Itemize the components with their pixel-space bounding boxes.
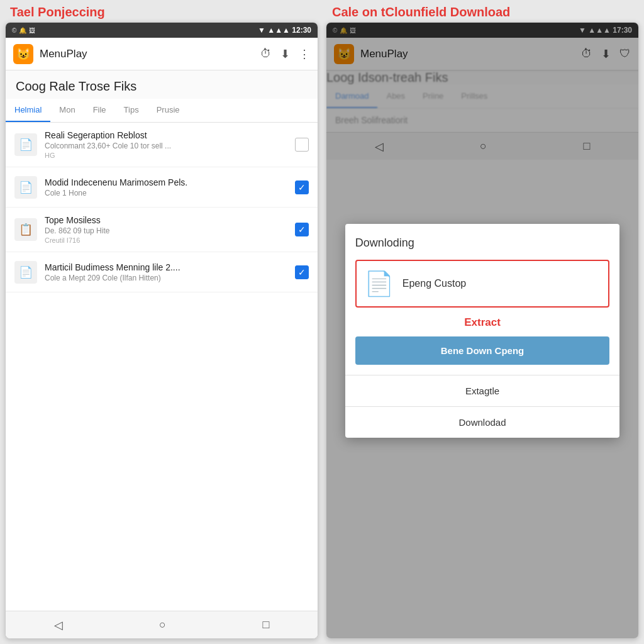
bottom-nav-left: ◁ ○ □ <box>6 611 318 638</box>
clock-left: 12:30 <box>292 26 311 35</box>
tabs-left: Helmial Mon File Tips Prusie <box>6 99 318 123</box>
item-title-1: Reali Segeraption Reblost <box>45 130 287 140</box>
item-subtitle-1: Colconmant 23,60+ Cole 10 tor sell ... <box>45 142 287 150</box>
modal-overlay: Downloding 📄 Epeng Custop Extract Bene D… <box>326 23 638 638</box>
modal-file-icon: 📄 <box>364 270 394 297</box>
back-button-left[interactable]: ◁ <box>42 613 75 637</box>
list-item[interactable]: 📋 Tope Mosiless De. 862 09 tup Hite Creu… <box>6 208 318 252</box>
modal-option-2[interactable]: Downlodad <box>355 407 609 438</box>
checkbox-2[interactable]: ✓ <box>295 180 309 194</box>
modal-action-button[interactable]: Bene Down Cpeng <box>355 336 609 365</box>
item-subtitle-2: Cole 1 Hone <box>45 189 287 197</box>
status-time-left: ▼ ▲▲▲ 12:30 <box>258 26 311 35</box>
item-meta-1: HG <box>45 152 287 159</box>
more-icon-left[interactable]: ⋮ <box>299 47 310 61</box>
page-title-left: Coog Rale Trose Fiks <box>6 70 318 99</box>
app-title-left: MenuPlay <box>40 48 254 60</box>
item-meta-3: Creutil I716 <box>45 236 287 244</box>
left-phone-label: Tael Ponjeccing <box>0 5 322 19</box>
item-icon-1: 📄 <box>14 133 37 156</box>
tab-tips[interactable]: Tips <box>115 99 148 122</box>
status-left-icons: © 🔔 🖼 <box>12 27 35 34</box>
tab-file[interactable]: File <box>84 99 115 122</box>
left-phone: © 🔔 🖼 ▼ ▲▲▲ 12:30 😺 MenuPlay ⏱ ⬇ ⋮ Coog … <box>5 22 318 639</box>
app-bar-icons-left: ⏱ ⬇ ⋮ <box>260 47 310 61</box>
list-item[interactable]: 📄 Marticil Budimess Menning lile 2.... C… <box>6 252 318 292</box>
item-title-3: Tope Mosiless <box>45 215 287 225</box>
list-item[interactable]: 📄 Reali Segeraption Reblost Colconmant 2… <box>6 123 318 167</box>
item-text-1: Reali Segeraption Reblost Colconmant 23,… <box>45 130 287 159</box>
right-phone: © 🔔 🖼 ▼ ▲▲▲ 17:30 😺 MenuPlay ⏱ ⬇ 🛡 Loog … <box>326 22 639 639</box>
app-bar-left: 😺 MenuPlay ⏱ ⬇ ⋮ <box>6 38 318 70</box>
modal-extract-label: Extract <box>355 316 609 329</box>
modal-option-1[interactable]: Extagtle <box>355 375 609 406</box>
app-logo-left: 😺 <box>13 44 33 64</box>
tab-prusie[interactable]: Prusie <box>148 99 189 122</box>
item-subtitle-3: De. 862 09 tup Hite <box>45 226 287 235</box>
item-title-4: Marticil Budimess Menning lile 2.... <box>45 262 287 272</box>
modal-file-row: 📄 Epeng Custop <box>355 260 609 308</box>
timer-icon-left[interactable]: ⏱ <box>260 47 272 60</box>
status-bar-left: © 🔔 🖼 ▼ ▲▲▲ 12:30 <box>6 23 318 38</box>
item-text-2: Modid Indecenenu Marimosem Pels. Cole 1 … <box>45 177 287 197</box>
item-icon-2: 📄 <box>14 176 37 199</box>
item-subtitle-4: Cole a Mept 209 Cole (Ilfan Hitten) <box>45 274 287 282</box>
checkbox-1[interactable] <box>295 138 309 152</box>
home-button-left[interactable]: ○ <box>147 613 179 636</box>
modal-card: Downloding 📄 Epeng Custop Extract Bene D… <box>345 224 619 438</box>
list-item[interactable]: 📄 Modid Indecenenu Marimosem Pels. Cole … <box>6 167 318 208</box>
recents-button-left[interactable]: □ <box>250 613 282 636</box>
right-phone-label: Cale on tClounfield Download <box>322 5 644 19</box>
checkbox-4[interactable]: ✓ <box>295 265 309 279</box>
item-title-2: Modid Indecenenu Marimosem Pels. <box>45 177 287 187</box>
list-left: 📄 Reali Segeraption Reblost Colconmant 2… <box>6 123 318 611</box>
tab-mon[interactable]: Mon <box>50 99 84 122</box>
status-icon-1: © <box>12 27 16 34</box>
item-icon-3: 📋 <box>14 218 37 241</box>
tab-helmial[interactable]: Helmial <box>6 99 50 122</box>
item-icon-4: 📄 <box>14 261 37 284</box>
item-text-3: Tope Mosiless De. 862 09 tup Hite Creuti… <box>45 215 287 244</box>
status-icon-3: 🖼 <box>29 27 35 34</box>
item-text-4: Marticil Budimess Menning lile 2.... Col… <box>45 262 287 282</box>
wifi-icon: ▼ ▲▲▲ <box>258 26 292 35</box>
status-icon-2: 🔔 <box>19 27 26 34</box>
modal-title: Downloding <box>355 236 609 250</box>
checkbox-3[interactable]: ✓ <box>295 223 309 236</box>
modal-file-name: Epeng Custop <box>402 278 466 289</box>
download-icon-left[interactable]: ⬇ <box>280 47 290 61</box>
